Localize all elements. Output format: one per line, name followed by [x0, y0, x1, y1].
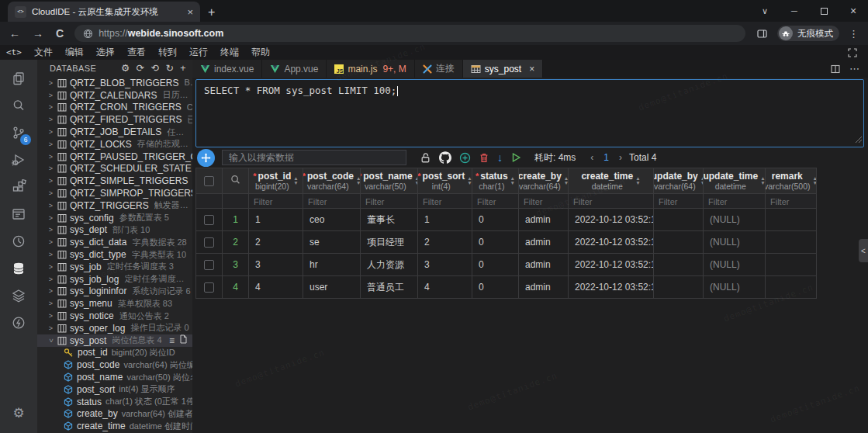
- col-header-create_time[interactable]: create_timedatetime▲▼: [569, 168, 654, 194]
- side-panel-icon[interactable]: [756, 28, 768, 40]
- timeline-icon[interactable]: [0, 227, 37, 255]
- filter-input-remark[interactable]: [766, 197, 816, 206]
- cell-create_by[interactable]: admin: [519, 254, 569, 276]
- explorer-icon[interactable]: [0, 64, 37, 92]
- tab-close-icon[interactable]: ×: [529, 64, 534, 74]
- sort-icon[interactable]: ▲▼: [293, 176, 298, 185]
- delete-icon[interactable]: [479, 152, 489, 164]
- window-menu-chevron-icon[interactable]: ∨: [750, 0, 780, 22]
- filter-input-update_by[interactable]: [654, 197, 703, 206]
- new-tab-button[interactable]: +: [208, 6, 215, 19]
- tree-table-QRTZ_LOCKS[interactable]: >QRTZ_LOCKS存储的悲观锁信息表 2: [37, 138, 192, 151]
- tree-chevron-icon[interactable]: >: [47, 300, 54, 307]
- editor-tab-index.vue[interactable]: index.vue: [192, 60, 262, 78]
- col-header-post_id[interactable]: *post_idbigint(20)▲▼: [249, 168, 303, 194]
- cell-post_id[interactable]: 3: [249, 254, 303, 276]
- new-doc-icon[interactable]: [179, 334, 188, 346]
- tree-chevron-icon[interactable]: >: [47, 92, 54, 99]
- quick-add-button[interactable]: [197, 149, 215, 167]
- col-header-update_by[interactable]: update_byvarchar(64)▲▼: [654, 168, 704, 194]
- filter-input-post_code[interactable]: [303, 197, 360, 206]
- sort-icon[interactable]: ▲▼: [510, 176, 515, 185]
- col-header-create_by[interactable]: create_byvarchar(64)▲▼: [519, 168, 569, 194]
- tree-column-post_sort[interactable]: post_sortint(4) 显示顺序: [37, 383, 192, 396]
- sql-editor[interactable]: SELECT * FROM sys_post LIMIT 100;: [195, 79, 864, 147]
- settings-gear-icon[interactable]: ⚙: [0, 400, 37, 427]
- menu-转到[interactable]: 转到: [152, 46, 183, 59]
- col-header-update_time[interactable]: update_timedatetime▲▼: [704, 168, 766, 194]
- db-add-icon[interactable]: +: [180, 64, 186, 74]
- cell-remark[interactable]: [766, 276, 817, 299]
- cell-create_by[interactable]: admin: [519, 276, 569, 299]
- table-row[interactable]: 22se项目经理20admin2022-10-12 03:52:12(NULL): [196, 231, 817, 254]
- cell-post_code[interactable]: se: [303, 231, 361, 254]
- cell-post_code[interactable]: ceo: [303, 209, 361, 231]
- tree-table-QRTZ_FIRED_TRIGGERS[interactable]: >QRTZ_FIRED_TRIGGERS已触发的触...: [37, 113, 192, 126]
- cell-post_name[interactable]: 人力资源: [361, 254, 418, 276]
- menu-编辑[interactable]: 编辑: [59, 46, 90, 59]
- row-search-cell[interactable]: [223, 168, 249, 194]
- cell-status[interactable]: 0: [472, 276, 519, 299]
- tree-chevron-icon[interactable]: >: [47, 287, 54, 295]
- cell-update_by[interactable]: [654, 231, 704, 254]
- col-header-remark[interactable]: remarkvarchar(500)▲▼: [766, 168, 817, 194]
- tree-table-sys_job_log[interactable]: >sys_job_log定时任务调度日志表 0: [37, 273, 192, 286]
- filter-input-create_by[interactable]: [519, 197, 568, 206]
- cell-create_time[interactable]: 2022-10-12 03:52:12: [569, 254, 654, 276]
- sort-icon[interactable]: ▲▼: [700, 176, 704, 185]
- cell-create_time[interactable]: 2022-10-12 03:52:12: [569, 209, 654, 231]
- tree-chevron-icon[interactable]: >: [47, 312, 54, 320]
- cell-update_time[interactable]: (NULL): [704, 231, 766, 254]
- window-minimize-button[interactable]: ─: [780, 0, 809, 22]
- col-header-status[interactable]: *statuschar(1)▲▼: [472, 168, 519, 194]
- window-maximize-button[interactable]: [809, 0, 839, 22]
- cell-status[interactable]: 0: [472, 254, 519, 276]
- sort-icon[interactable]: ▲▼: [356, 176, 361, 185]
- cell-post_name[interactable]: 普通员工: [361, 276, 418, 299]
- cell-update_by[interactable]: [654, 209, 704, 231]
- tree-table-sys_menu[interactable]: >sys_menu菜单权限表 83: [37, 297, 192, 310]
- tree-chevron-icon[interactable]: >: [47, 165, 54, 172]
- filter-input-create_time[interactable]: [569, 197, 653, 206]
- tree-table-sys_post[interactable]: >sys_post岗位信息表 4≡: [37, 334, 192, 347]
- tree-table-QRTZ_SIMPLE_TRIGGERS[interactable]: >QRTZ_SIMPLE_TRIGGERS简单触发...: [37, 175, 192, 187]
- tree-table-QRTZ_CRON_TRIGGERS[interactable]: >QRTZ_CRON_TRIGGERSCron类型...: [37, 102, 192, 114]
- db-refresh-icon[interactable]: ↻: [165, 64, 174, 74]
- sort-icon[interactable]: ▲▼: [564, 176, 569, 185]
- cell-post_sort[interactable]: 2: [418, 231, 472, 254]
- reload-button[interactable]: C: [56, 27, 64, 40]
- cell-create_by[interactable]: admin: [519, 209, 569, 231]
- menu-运行[interactable]: 运行: [183, 46, 214, 59]
- cell-create_time[interactable]: 2022-10-12 03:52:12: [569, 276, 654, 299]
- editor-tab-App.vue[interactable]: App.vue: [262, 60, 327, 78]
- cell-post_code[interactable]: hr: [303, 254, 361, 276]
- cell-remark[interactable]: [766, 231, 817, 254]
- browser-tab[interactable]: <> CloudIDE - 云原生集成开发环境 ×: [8, 2, 200, 22]
- tree-table-QRTZ_PAUSED_TRIGGER_GRPS[interactable]: >QRTZ_PAUSED_TRIGGER_GRPS暂...: [37, 151, 192, 163]
- cell-update_by[interactable]: [654, 254, 704, 276]
- more-actions-icon[interactable]: ⋯: [849, 63, 859, 74]
- tree-table-sys_oper_log[interactable]: >sys_oper_log操作日志记录 0: [37, 322, 192, 334]
- tree-table-sys_config[interactable]: >sys_config参数配置表 5: [37, 212, 192, 224]
- cell-post_id[interactable]: 2: [249, 231, 303, 254]
- tree-table-QRTZ_TRIGGERS[interactable]: >QRTZ_TRIGGERS触发器详细信息表 3: [37, 199, 192, 212]
- tree-chevron-icon[interactable]: >: [47, 275, 54, 283]
- tree-chevron-icon[interactable]: >: [47, 214, 54, 222]
- cell-update_by[interactable]: [654, 276, 704, 299]
- filter-input-status[interactable]: [472, 197, 518, 206]
- tree-chevron-icon[interactable]: >: [47, 153, 54, 161]
- cell-post_id[interactable]: 1: [249, 209, 303, 231]
- row-checkbox[interactable]: [204, 215, 214, 225]
- tree-column-post_code[interactable]: post_codevarchar(64) 岗位编码: [37, 359, 192, 371]
- menu-帮助[interactable]: 帮助: [245, 46, 276, 59]
- incognito-badge[interactable]: 无痕模式: [777, 26, 839, 41]
- cell-post_name[interactable]: 项目经理: [361, 231, 418, 254]
- cell-remark[interactable]: [766, 254, 817, 276]
- run-icon[interactable]: [510, 152, 521, 163]
- table-ddl-icon[interactable]: ≡: [169, 336, 175, 345]
- add-row-icon[interactable]: [459, 152, 471, 164]
- row-checkbox[interactable]: [204, 282, 214, 293]
- cell-post_name[interactable]: 董事长: [361, 209, 418, 231]
- menu-终端[interactable]: 终端: [214, 46, 245, 59]
- tree-chevron-icon[interactable]: >: [47, 202, 54, 210]
